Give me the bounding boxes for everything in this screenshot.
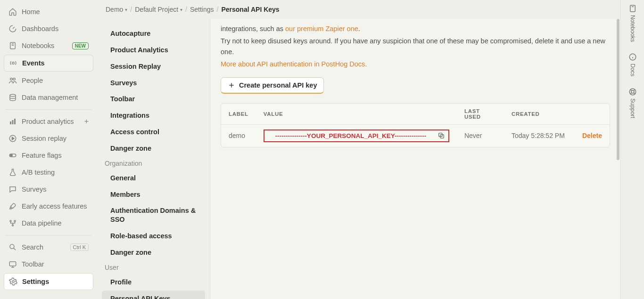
badge-new: NEW bbox=[72, 42, 89, 49]
sidebar-item-label: Product analytics bbox=[22, 118, 74, 125]
plus-icon[interactable]: + bbox=[84, 118, 89, 125]
sidebar-item-product-analytics[interactable]: Product analytics + bbox=[4, 113, 93, 129]
toggle-icon bbox=[8, 151, 17, 160]
settings-item-danger-zone[interactable]: Danger zone bbox=[102, 140, 205, 157]
sidebar-item-early-access[interactable]: Early access features bbox=[4, 198, 93, 214]
svg-point-16 bbox=[10, 244, 14, 249]
create-api-key-label: Create personal API key bbox=[239, 81, 317, 89]
sidebar-item-toolbar[interactable]: Toolbar bbox=[4, 256, 93, 272]
api-key-value: ---------------YOUR_PERSONAL_API_KEY----… bbox=[275, 132, 426, 139]
settings-item-members[interactable]: Members bbox=[102, 186, 205, 203]
sidebar-item-label: Feature flags bbox=[22, 152, 62, 159]
content-panel: integrations, such as our premium Zapier… bbox=[210, 19, 620, 299]
scrollbar-thumb[interactable] bbox=[617, 19, 619, 160]
svg-point-14 bbox=[14, 220, 16, 222]
settings-item-auth-domains[interactable]: Authentication Domains & SSO bbox=[102, 202, 205, 228]
copy-icon[interactable] bbox=[437, 131, 446, 140]
svg-point-4 bbox=[10, 78, 13, 81]
settings-group-user: User bbox=[102, 261, 205, 274]
svg-point-12 bbox=[10, 154, 13, 157]
breadcrumb-separator: / bbox=[217, 6, 219, 13]
rail-item-docs[interactable]: Docs bbox=[628, 52, 637, 76]
table-row: demo ---------------YOUR_PERSONAL_API_KE… bbox=[221, 125, 610, 147]
events-icon bbox=[9, 59, 17, 67]
svg-rect-9 bbox=[14, 119, 16, 124]
chevron-down-icon: ▾ bbox=[125, 7, 127, 12]
settings-item-toolbar[interactable]: Toolbar bbox=[102, 91, 205, 107]
sidebar-item-search[interactable]: Search Ctrl K bbox=[4, 239, 93, 255]
th-value: VALUE bbox=[256, 104, 457, 125]
th-label: LABEL bbox=[221, 104, 256, 125]
settings-item-general[interactable]: General bbox=[102, 170, 205, 186]
api-keys-table: LABEL VALUE LAST USED CREATED demo -----… bbox=[221, 103, 610, 147]
breadcrumb-org-label: Demo bbox=[106, 6, 123, 13]
rail-item-support[interactable]: Support bbox=[628, 87, 637, 118]
sidebar-item-events[interactable]: Events bbox=[4, 55, 93, 72]
sidebar-item-data-pipeline[interactable]: Data pipeline bbox=[4, 215, 93, 231]
sidebar-item-label: A/B testing bbox=[22, 169, 55, 176]
svg-rect-24 bbox=[630, 5, 635, 12]
sidebar-item-label: Toolbar bbox=[22, 260, 44, 268]
sidebar-item-label: Dashboards bbox=[22, 25, 58, 32]
sidebar-item-settings[interactable]: Settings bbox=[4, 273, 93, 290]
breadcrumb-section[interactable]: Settings bbox=[190, 6, 214, 13]
svg-rect-7 bbox=[10, 121, 11, 124]
breadcrumb-project[interactable]: Default Project▾ bbox=[135, 6, 182, 13]
breadcrumb-separator: / bbox=[185, 6, 187, 13]
sidebar-item-session-replay[interactable]: Session replay bbox=[4, 130, 93, 146]
settings-item-access-control[interactable]: Access control bbox=[102, 124, 205, 140]
svg-line-17 bbox=[14, 248, 16, 250]
sidebar-item-people[interactable]: People bbox=[4, 73, 93, 89]
sidebar-item-home[interactable]: Home bbox=[4, 4, 93, 20]
svg-rect-18 bbox=[9, 262, 16, 266]
svg-point-19 bbox=[12, 281, 15, 283]
settings-item-personal-api-keys[interactable]: Personal API Keys bbox=[102, 291, 205, 299]
th-last-used: LAST USED bbox=[457, 104, 504, 125]
sidebar-item-label: Settings bbox=[22, 278, 49, 285]
sidebar-item-dashboards[interactable]: Dashboards bbox=[4, 21, 93, 37]
breadcrumb-current: Personal API Keys bbox=[221, 6, 279, 13]
create-api-key-button[interactable]: Create personal API key bbox=[221, 77, 324, 94]
rail-item-notebooks[interactable]: Notebooks bbox=[628, 4, 637, 42]
docs-link[interactable]: More about API authentication in PostHog… bbox=[221, 60, 367, 68]
divider bbox=[6, 109, 91, 110]
settings-item-role-access[interactable]: Role-based access bbox=[102, 228, 205, 244]
breadcrumb-org[interactable]: Demo▾ bbox=[106, 6, 127, 13]
settings-item-integrations[interactable]: Integrations bbox=[102, 107, 205, 124]
breadcrumb-section-label: Settings bbox=[190, 6, 214, 13]
settings-submenu: Autocapture Product Analytics Session Re… bbox=[97, 19, 210, 299]
svg-point-30 bbox=[631, 90, 634, 93]
toolbar-icon bbox=[8, 260, 17, 268]
sidebar-item-ab-testing[interactable]: A/B testing bbox=[4, 164, 93, 180]
sidebar-item-surveys[interactable]: Surveys bbox=[4, 181, 93, 197]
settings-item-session-replay[interactable]: Session Replay bbox=[102, 58, 205, 75]
intro-tail: integrations, such as bbox=[221, 25, 285, 32]
settings-item-surveys[interactable]: Surveys bbox=[102, 75, 205, 91]
home-icon bbox=[8, 8, 17, 16]
api-key-highlight-box: ---------------YOUR_PERSONAL_API_KEY----… bbox=[264, 129, 449, 142]
gear-icon bbox=[9, 277, 17, 286]
sidebar-item-label: Notebooks bbox=[22, 42, 54, 49]
settings-group-organization: Organization bbox=[102, 157, 205, 170]
sidebar-item-label: Data pipeline bbox=[22, 219, 62, 227]
cell-last-used: Never bbox=[457, 125, 504, 147]
svg-point-5 bbox=[13, 78, 16, 81]
sidebar-item-notebooks[interactable]: Notebooks NEW bbox=[4, 38, 93, 54]
settings-item-autocapture[interactable]: Autocapture bbox=[102, 25, 205, 42]
sidebar-item-data-management[interactable]: Data management bbox=[4, 89, 93, 105]
settings-item-org-danger-zone[interactable]: Danger zone bbox=[102, 244, 205, 261]
gauge-icon bbox=[8, 24, 17, 33]
scrollbar[interactable] bbox=[617, 19, 619, 299]
settings-item-product-analytics[interactable]: Product Analytics bbox=[102, 42, 205, 58]
info-icon bbox=[628, 52, 637, 62]
th-created: CREATED bbox=[504, 104, 575, 125]
sidebar-item-feature-flags[interactable]: Feature flags bbox=[4, 147, 93, 163]
pipeline-icon bbox=[8, 219, 17, 227]
left-sidebar: Home Dashboards Notebooks NEW Events Peo… bbox=[0, 0, 97, 299]
plus-icon bbox=[228, 81, 235, 89]
delete-button[interactable]: Delete bbox=[582, 132, 602, 139]
sidebar-item-label: People bbox=[22, 77, 43, 84]
bar-chart-icon bbox=[8, 117, 17, 126]
zapier-link[interactable]: our premium Zapier one bbox=[285, 25, 358, 32]
settings-item-profile[interactable]: Profile bbox=[102, 274, 205, 291]
